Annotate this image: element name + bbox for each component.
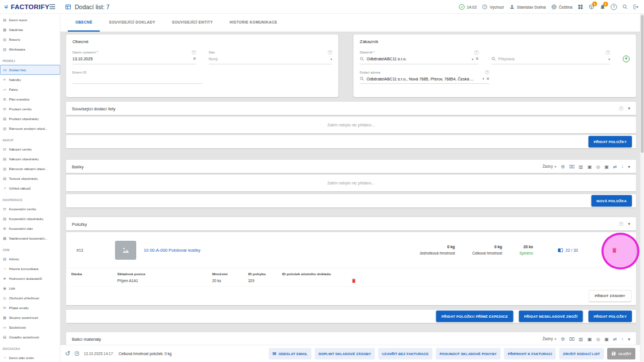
logout-button[interactable] [633, 4, 639, 10]
external-id-field[interactable]: Externí ID [72, 70, 202, 84]
sidebar-item[interactable]: ▤ Adresy [0, 254, 60, 264]
tab[interactable]: SOUVISEJÍCÍ ENTITY [164, 14, 220, 32]
help-icon[interactable] [191, 50, 196, 55]
send-email-button[interactable]: ODESLAT EMAIL [269, 348, 311, 359]
add-transport-button[interactable] [623, 56, 630, 63]
sidebar-item[interactable]: ▱ Palety [0, 84, 60, 94]
sidebar-item[interactable]: ◉ Lidé [0, 283, 60, 293]
help-icon[interactable] [485, 70, 490, 75]
tab[interactable]: HISTORIE KOMUNIKACE [222, 14, 285, 32]
clear-icon[interactable] [486, 76, 489, 82]
sidebar-item[interactable]: CRM [0, 243, 60, 254]
chevron-down-icon[interactable] [608, 57, 610, 61]
footer-action-button[interactable]: DOPLNIT SKLADOVÉ ZÁSOBY [315, 348, 374, 359]
swap-icon[interactable]: ⇄ [613, 336, 617, 342]
delivery-address-field[interactable]: Dodací adresa OdběratelABC11 s.r.o., Nov… [360, 70, 490, 84]
sidebar-item[interactable]: ↗ Výhled nákupů [0, 183, 60, 193]
help-icon[interactable] [619, 222, 624, 226]
sidebar-item[interactable]: PRODEJ [0, 54, 60, 65]
tab[interactable]: SOUVISEJÍCÍ DOKLADY [102, 14, 163, 32]
sidebar-item[interactable]: DOCHÁZKA [0, 342, 60, 353]
sidebar-item[interactable]: KOOPERACE [0, 193, 60, 204]
help-icon[interactable] [606, 50, 611, 55]
packages-button[interactable]: 1 [589, 4, 595, 10]
items-action-button[interactable]: PŘIDAT POLOŽKY [588, 311, 632, 322]
apps-button[interactable] [578, 4, 584, 10]
sidebar-item[interactable]: ▭ Dodací listy [0, 65, 60, 75]
sidebar-item[interactable]: ▥ Reporty [0, 34, 60, 44]
transport-field[interactable]: Přeprava [491, 50, 610, 64]
sidebar-item[interactable]: ▥ Rámcové prodejní objed... [0, 124, 60, 133]
user-menu[interactable]: Stanislav Dulina [509, 4, 546, 10]
item-image-placeholder[interactable] [115, 241, 136, 260]
help-icon[interactable] [619, 106, 624, 111]
save-button[interactable]: ULOŽIT [607, 348, 635, 359]
stock-ratio-link[interactable]: 22 / 33 [558, 248, 578, 253]
issue-date-field[interactable]: Datum vystavení * 13.10.2025 [72, 50, 196, 64]
customer-field[interactable]: Zákazník * OdběratelABC11 s.r.o. [360, 50, 479, 64]
scrollbar-thumb[interactable] [641, 15, 644, 153]
item-product-link[interactable]: 10 00-A-000 Polotovar kostky [144, 248, 200, 253]
issue-date-value[interactable]: 13.10.2025 [72, 57, 191, 61]
sidebar-item[interactable]: ▦ Skupiny společností [0, 313, 60, 322]
transport-placeholder[interactable]: Přeprava [498, 57, 606, 61]
items-action-button[interactable]: PŘIDAT NESKLADOVÉ ZBOŽÍ [519, 311, 582, 322]
expand-icon[interactable] [74, 351, 80, 357]
help-icon[interactable] [611, 3, 617, 10]
sidebar-item[interactable]: ▦ Nástěnka [0, 25, 60, 34]
footer-action-button[interactable]: ZRUŠIT DODACÍ LIST [559, 348, 604, 359]
sidebar-item[interactable]: ◔ Historie komunikace [0, 264, 60, 274]
filter-dropdown[interactable]: Žádný [542, 337, 556, 341]
vertical-scrollbar[interactable] [640, 14, 644, 362]
sidebar-item[interactable]: ▦ Naplánované kooperačn... [0, 233, 60, 243]
sidebar-item[interactable]: ▤ Výpadky společností [0, 332, 60, 342]
sidebar-item[interactable]: ▤ Denní report [0, 15, 60, 25]
swap-icon[interactable]: ⇄ [613, 164, 617, 170]
state-field[interactable]: Stav Nový [209, 50, 332, 64]
sidebar-item[interactable]: ★ Hodnocení dodavatelů [0, 274, 60, 283]
sidebar-item[interactable]: ⊟ Kooperační ceníky [0, 204, 60, 214]
history-icon[interactable] [65, 351, 70, 357]
visibility-icon[interactable]: ◎ [596, 164, 600, 170]
sidebar-item[interactable]: ◎ Obchodní příležitosti [0, 293, 60, 303]
collapse-icon[interactable] [628, 221, 630, 226]
chevron-down-icon[interactable] [331, 57, 332, 61]
delete-icon[interactable]: ⌧ [569, 164, 574, 170]
clear-icon[interactable] [476, 56, 478, 62]
download-icon[interactable]: ↓ [621, 164, 623, 169]
sidebar-item[interactable]: ⊟ Prodejní ceníky [0, 104, 60, 114]
profile-selector[interactable]: Výchozí [482, 4, 504, 10]
image-icon[interactable]: ▣ [588, 164, 592, 170]
download-icon[interactable]: ↓ [621, 336, 623, 341]
customer-value[interactable]: OdběratelABC11 s.r.o. [367, 57, 470, 61]
sidebar-item[interactable]: ▤ Nákupní objednávky [0, 154, 60, 164]
sidebar-item[interactable]: ▥ Rámcové nákupní objed... [0, 164, 60, 174]
collapse-icon[interactable]: ▾ [628, 164, 630, 170]
filter-dropdown[interactable]: Žádný [542, 164, 556, 169]
help-icon[interactable] [474, 50, 479, 55]
sidebar-item[interactable]: ⊞ Plán expedice [0, 94, 60, 104]
gallery-icon[interactable]: ▣ [604, 164, 609, 170]
columns-icon[interactable]: ▥ [579, 336, 584, 342]
language-selector[interactable]: Čeština [551, 4, 572, 10]
app-logo[interactable]: FACTORIFY [0, 2, 49, 11]
search-button[interactable] [622, 4, 628, 10]
image-icon[interactable]: ▣ [588, 336, 592, 342]
tab[interactable]: OBECNÉ [68, 14, 100, 32]
footer-action-button[interactable]: UZAVŘÍT BEZ FAKTURACE [378, 348, 432, 359]
notifications-button[interactable]: 1 [600, 4, 605, 10]
clear-icon[interactable] [193, 56, 196, 62]
items-action-button[interactable]: PŘIDAT POLOŽKU PŘÍMÉ EXPEDICE [436, 311, 513, 322]
add-stock-button[interactable]: PŘIDAT ZÁSOBY [589, 290, 631, 302]
sidebar-item[interactable]: ▤ Textové objednávky [0, 174, 60, 183]
sidebar-item[interactable]: ▧ Workspace [0, 44, 60, 54]
footer-action-button[interactable]: POSUNOUT SKLADOVÉ POHYBY [436, 348, 501, 359]
sidebar-item[interactable]: ≡ Nabídky [0, 75, 60, 84]
chevron-down-icon[interactable] [472, 57, 474, 61]
sidebar-item[interactable]: ◔ Denní plán směn [0, 353, 60, 362]
collapse-icon[interactable] [628, 106, 630, 111]
gallery-icon[interactable]: ▣ [604, 336, 609, 342]
help-icon[interactable] [328, 50, 332, 55]
settings-icon[interactable]: ⚙ [561, 336, 565, 342]
sidebar-item[interactable]: ⊞ Kooperační plán [0, 224, 60, 233]
